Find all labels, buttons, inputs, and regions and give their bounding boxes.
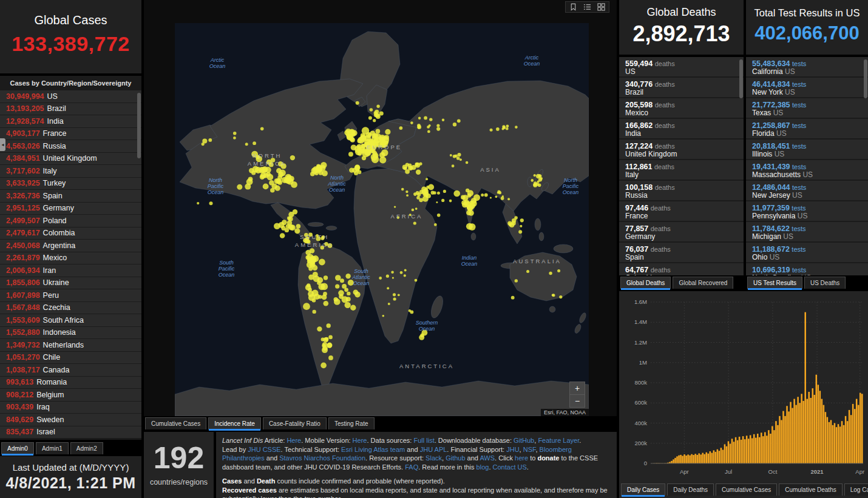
table-row[interactable]: 2,261,879Mexico <box>0 252 141 264</box>
table-row[interactable]: 1,038,717Canada <box>0 364 141 376</box>
table-row[interactable]: 1,552,880Indonesia <box>0 327 141 339</box>
tests-tabs: US Test ResultsUS Deaths <box>747 277 846 289</box>
table-row[interactable]: 100,158 deathsRussia <box>619 181 744 200</box>
table-row[interactable]: 3,633,925Turkey <box>0 178 141 190</box>
table-row[interactable]: 2,450,068Argentina <box>0 240 141 252</box>
table-row[interactable]: 21,258,867 testsFlorida US <box>746 119 868 138</box>
link[interactable]: Feature Layer <box>538 437 579 444</box>
link[interactable]: Here <box>287 437 301 444</box>
tab-incidence-rate[interactable]: Incidence Rate <box>208 417 261 429</box>
link[interactable]: blog <box>476 463 489 471</box>
table-row[interactable]: 13,193,205Brazil <box>0 103 141 115</box>
daily-cases-chart[interactable]: 0200k400k600k800k1M1.2M1.4M1.6MAprJulOct… <box>619 291 868 479</box>
table-row[interactable]: 1,553,609South Africa <box>0 314 141 326</box>
link[interactable]: JHU <box>506 446 519 453</box>
table-row[interactable]: 559,494 deathsUS <box>619 57 744 76</box>
table-row[interactable]: 77,857 deathsGermany <box>619 222 744 241</box>
link[interactable]: Github <box>446 454 465 462</box>
tests-list-scrollbar[interactable] <box>864 59 867 98</box>
tab-us-deaths[interactable]: US Deaths <box>804 277 846 289</box>
tab-global-deaths[interactable]: Global Deaths <box>620 277 671 289</box>
table-row[interactable]: 76,037 deathsSpain <box>619 243 744 262</box>
table-row[interactable]: 55,483,634 testsCalifornia US <box>746 57 868 76</box>
cases-list-scrollbar[interactable] <box>137 93 141 158</box>
table-row[interactable]: 21,772,385 testsTexas US <box>746 98 868 118</box>
table-row[interactable]: 112,861 deathsItaly <box>619 160 744 180</box>
table-row[interactable]: 46,414,834 testsNew York US <box>746 78 868 97</box>
tab-daily-deaths[interactable]: Daily Deaths <box>667 483 714 496</box>
tab-cumulative-cases[interactable]: Cumulative Cases <box>716 483 777 496</box>
table-row[interactable]: 1,855,806Ukraine <box>0 277 141 289</box>
table-row[interactable]: 2,951,125Germany <box>0 203 141 215</box>
panel-collapse-handle[interactable]: ◂ <box>0 138 5 151</box>
link[interactable]: Slack <box>426 454 442 462</box>
table-row[interactable]: 127,224 deathsUnited Kingdom <box>619 140 744 159</box>
tab-testing-rate[interactable]: Testing Rate <box>328 417 375 429</box>
bookmark-icon[interactable] <box>569 3 577 11</box>
country-name: France <box>43 129 67 138</box>
table-row[interactable]: 1,567,848Czechia <box>0 302 141 314</box>
tab-daily-cases[interactable]: Daily Cases <box>621 483 665 496</box>
table-row[interactable]: 3,326,736Spain <box>0 190 141 202</box>
zoom-in-button[interactable]: + <box>570 382 585 395</box>
table-row[interactable]: 2,479,617Colombia <box>0 227 141 240</box>
basemap-icon[interactable] <box>597 3 605 11</box>
table-row[interactable]: 849,629Sweden <box>0 414 141 426</box>
tab-case-fatality-ratio[interactable]: Case-Fatality Ratio <box>263 417 327 429</box>
table-row[interactable]: 993,613Romania <box>0 377 141 389</box>
table-row[interactable]: 20,818,451 testsIllinois US <box>746 140 868 159</box>
table-row[interactable]: 64,767 deathsColombia <box>619 263 744 275</box>
table-row[interactable]: 97,446 deathsFrance <box>619 201 744 221</box>
table-row[interactable]: 1,051,270Chile <box>0 352 141 364</box>
table-row[interactable]: 4,563,026Russia <box>0 140 141 152</box>
table-row[interactable]: 903,439Iraq <box>0 402 141 414</box>
table-row[interactable]: 11,188,672 testsOhio US <box>746 243 868 262</box>
table-row[interactable]: 4,384,951United Kingdom <box>0 153 141 165</box>
world-map[interactable]: ArcticOceanArcticOceanNorthPacificOceanN… <box>175 23 589 416</box>
table-row[interactable]: 10,696,319 testsNorth Carolina US <box>746 263 868 275</box>
table-row[interactable]: 166,862 deathsIndia <box>619 119 744 138</box>
tab-us-test-results[interactable]: US Test Results <box>747 277 802 289</box>
legend-icon[interactable] <box>583 3 591 11</box>
table-row[interactable]: 1,349,732Netherlands <box>0 339 141 351</box>
table-row[interactable]: 19,431,439 testsMassachusetts US <box>746 160 868 180</box>
table-row[interactable]: 340,776 deathsBrazil <box>619 78 744 97</box>
link[interactable]: Full list <box>414 437 435 444</box>
table-row[interactable]: 3,717,602Italy <box>0 165 141 177</box>
table-row[interactable]: 11,977,359 testsPennsylvania US <box>746 201 868 221</box>
tab-cumulative-deaths[interactable]: Cumulative Deaths <box>779 483 842 496</box>
tests-list: 55,483,634 testsCalifornia US46,414,834 … <box>746 57 868 275</box>
link[interactable]: AWS <box>480 454 495 462</box>
table-row[interactable]: 11,784,622 testsMichigan US <box>746 222 868 241</box>
tab-admin2[interactable]: Admin2 <box>70 442 103 454</box>
tab-admin1[interactable]: Admin1 <box>36 442 69 454</box>
table-row[interactable]: 2,006,934Iran <box>0 264 141 277</box>
link[interactable]: Esri Living Atlas team <box>341 446 405 453</box>
zoom-out-button[interactable]: − <box>570 395 585 407</box>
link[interactable]: here <box>515 454 528 462</box>
map-toolbar <box>565 1 609 13</box>
tab-cumulative-cases[interactable]: Cumulative Cases <box>145 417 206 429</box>
table-row[interactable]: 30,949,994US <box>0 90 141 103</box>
table-row[interactable]: 12,928,574India <box>0 115 141 127</box>
link[interactable]: GitHub <box>514 437 534 444</box>
table-row[interactable]: 1,607,898Peru <box>0 289 141 301</box>
table-row[interactable]: 908,212Belgium <box>0 389 141 401</box>
deaths-list-scrollbar[interactable] <box>739 59 743 98</box>
link[interactable]: NSF <box>523 446 536 453</box>
table-row[interactable]: 835,437Israel <box>0 426 141 439</box>
link[interactable]: JHU APL <box>420 446 447 453</box>
table-row[interactable]: 12,486,044 testsNew Jersey US <box>746 181 868 200</box>
tab-global-recovered[interactable]: Global Recovered <box>673 277 733 289</box>
link[interactable]: Stavros Niarchos Foundation <box>279 454 365 462</box>
link[interactable]: FAQ <box>405 463 418 471</box>
link[interactable]: Contact US <box>493 463 527 471</box>
link[interactable]: Here <box>353 437 367 444</box>
table-row[interactable]: 2,499,507Poland <box>0 215 141 227</box>
tab-log-cases[interactable]: Log Cases <box>844 483 868 496</box>
tab-admin0[interactable]: Admin0 <box>1 442 34 454</box>
table-row[interactable]: 205,598 deathsMexico <box>619 98 744 118</box>
table-row[interactable]: 4,903,177France <box>0 128 141 140</box>
link[interactable]: JHU CSSE <box>248 446 280 453</box>
country-name: Netherlands <box>43 341 84 349</box>
